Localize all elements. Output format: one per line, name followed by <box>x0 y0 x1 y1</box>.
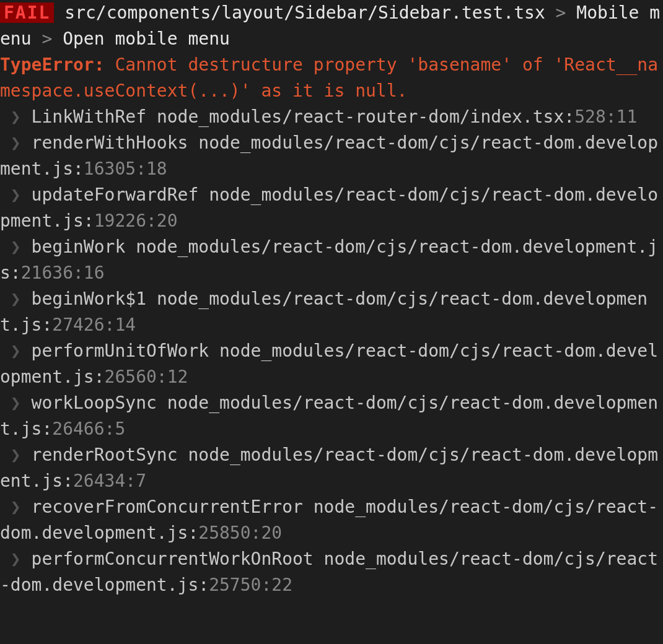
stack-location: 528:11 <box>574 107 637 127</box>
stack-file: node_modules/react-router-dom/index.tsx: <box>157 107 574 127</box>
stack-function: beginWork <box>32 237 126 257</box>
stack-arrow-icon: ❯ <box>11 185 21 205</box>
test-file-path: src/components/layout/Sidebar/Sidebar.te… <box>64 2 545 23</box>
stack-arrow-icon: ❯ <box>11 341 21 361</box>
stack-function: performConcurrentWorkOnRoot <box>32 549 314 569</box>
stack-location: 26560:12 <box>105 367 188 387</box>
stack-location: 19226:20 <box>94 211 178 231</box>
status-badge: FAIL <box>0 2 54 23</box>
stack-function: workLoopSync <box>32 393 157 413</box>
breadcrumb-sep-1: > <box>556 2 566 23</box>
stack-arrow-icon: ❯ <box>11 107 21 127</box>
error-type: TypeError: <box>0 54 105 75</box>
stack-location: 26434:7 <box>73 471 146 491</box>
breadcrumb-sep-2: > <box>42 28 52 49</box>
test-case-name: Open mobile menu <box>63 28 230 49</box>
stack-function: recoverFromConcurrentError <box>32 497 303 517</box>
stack-function: beginWork$1 <box>32 289 146 309</box>
stack-arrow-icon: ❯ <box>11 549 21 569</box>
stack-location: 26466:5 <box>52 419 125 439</box>
stack-location: 27426:14 <box>52 315 136 335</box>
stack-arrow-icon: ❯ <box>11 497 21 517</box>
status-label: FAIL <box>4 2 50 23</box>
stack-location: 21636:16 <box>21 263 105 283</box>
stack-arrow-icon: ❯ <box>11 289 21 309</box>
stack-function: renderWithHooks <box>32 133 188 153</box>
stack-function: performUnitOfWork <box>32 341 209 361</box>
stack-arrow-icon: ❯ <box>11 237 21 257</box>
stack-location: 25750:22 <box>209 575 292 595</box>
stack-arrow-icon: ❯ <box>11 393 21 413</box>
stack-arrow-icon: ❯ <box>11 133 21 153</box>
stack-function: updateForwardRef <box>32 185 199 205</box>
stack-trace: ❯ LinkWithRef node_modules/react-router-… <box>0 107 658 595</box>
stack-arrow-icon: ❯ <box>11 445 21 465</box>
stack-location: 25850:20 <box>198 523 282 543</box>
terminal-output: FAIL src/components/layout/Sidebar/Sideb… <box>0 0 663 598</box>
stack-function: renderRootSync <box>32 445 178 465</box>
stack-location: 16305:18 <box>84 159 167 179</box>
stack-function: LinkWithRef <box>32 107 146 127</box>
